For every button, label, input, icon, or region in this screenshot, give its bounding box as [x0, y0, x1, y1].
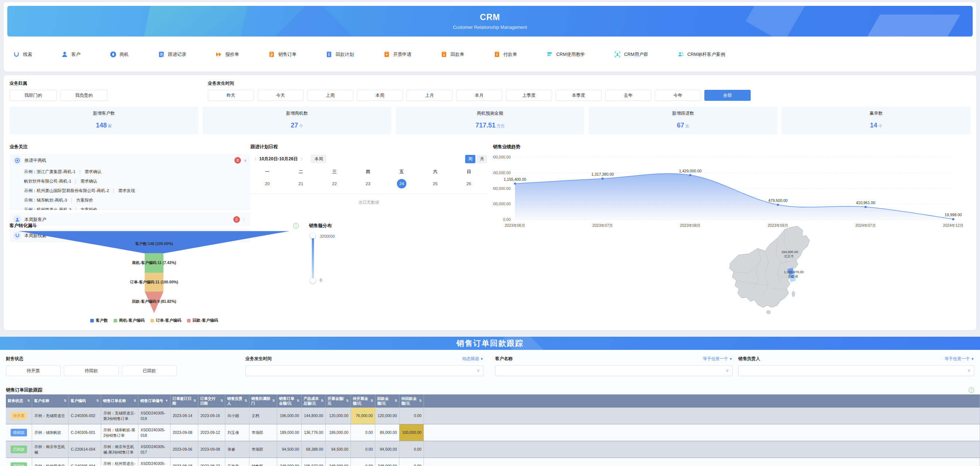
table-row[interactable]: 待开票 示例：无锡简道云 C-240305-002 示例：无锡简道云-第3份销售…: [6, 407, 980, 425]
chevron-right-icon[interactable]: 〉: [243, 217, 247, 223]
column-header[interactable]: 开票金额/元⇅: [326, 394, 351, 407]
finance-status-option[interactable]: 待回款: [64, 365, 119, 376]
time-option[interactable]: 全部: [704, 90, 751, 101]
finance-status-option[interactable]: 已回款: [122, 365, 177, 376]
sort-icon[interactable]: ⇅: [345, 399, 349, 403]
column-header[interactable]: 待回款金额/元⇅: [399, 394, 424, 407]
column-header[interactable]: 订单交付日期⇅: [198, 394, 225, 407]
chevron-down-icon[interactable]: ∨: [244, 158, 247, 163]
sort-icon[interactable]: ⇅: [219, 399, 223, 403]
sort-icon[interactable]: ⇅: [418, 399, 422, 403]
time-option[interactable]: 去年: [605, 90, 651, 101]
nav-item-报价单[interactable]: 报价单: [215, 51, 239, 58]
focus-item[interactable]: 示例：杭州简道云-商机-3│方案报价: [10, 205, 250, 210]
legend-item[interactable]: 回款-客户编码: [187, 318, 218, 323]
order-time-select[interactable]: ∨: [245, 365, 484, 376]
calendar-date[interactable]: 26: [452, 179, 485, 188]
time-option[interactable]: 本季度: [555, 90, 602, 101]
equals-any-link[interactable]: 等于任意一个 ▼: [703, 356, 732, 361]
map-taiwan[interactable]: [792, 291, 794, 297]
sort-icon[interactable]: ⇅: [95, 399, 99, 403]
column-header[interactable]: 销售负责人⇅: [225, 394, 250, 407]
equals-any-link[interactable]: 等于任意一个 ▼: [945, 356, 974, 361]
calendar-prev-icon[interactable]: 〈: [250, 156, 259, 162]
time-option[interactable]: 上月: [406, 90, 453, 101]
calendar-date-selected[interactable]: 24: [385, 179, 418, 188]
sales-distribution-slider[interactable]: 3200000 0: [312, 235, 314, 282]
time-option[interactable]: 昨天: [208, 90, 254, 101]
time-option[interactable]: 上季度: [506, 90, 552, 101]
time-option[interactable]: 今天: [258, 90, 304, 101]
time-option[interactable]: 上周: [307, 90, 353, 101]
ownership-option[interactable]: 我负责的: [60, 90, 108, 101]
sort-icon[interactable]: ⇅: [393, 399, 397, 403]
focus-item[interactable]: 示例：杭州萧山国际贸易股份有限公司-商机-2│需求发现: [10, 186, 250, 196]
table-row[interactable]: 待回款 示例：锡东帆软 C-240305-001 示例：锡东帆软-第2份销售订单…: [6, 425, 980, 441]
column-header[interactable]: 产品成本总额/元⇅: [302, 394, 326, 407]
nav-item-CRM用户群[interactable]: CRM用户群: [614, 51, 648, 58]
time-option[interactable]: 本月: [456, 90, 503, 101]
china-map[interactable]: 194,000.00 北京市 1,068,978.00 浙江省: [712, 223, 865, 324]
nav-item-线索[interactable]: 线索: [13, 51, 32, 58]
nav-item-回款计划[interactable]: 回款计划: [326, 51, 354, 58]
calendar-month-toggle[interactable]: 月: [477, 155, 487, 163]
time-option[interactable]: 今年: [655, 90, 701, 101]
nav-item-付款单[interactable]: 付款单: [494, 51, 517, 58]
nav-item-CRM标杆客户案例[interactable]: CRM标杆客户案例: [678, 51, 725, 58]
nav-item-商机[interactable]: 商机: [110, 51, 129, 58]
dynamic-filter-link[interactable]: 动态筛选 ▼: [462, 356, 484, 361]
sort-icon[interactable]: ⇅: [26, 399, 30, 403]
column-header[interactable]: 客户编码⇅: [68, 394, 101, 407]
table-row[interactable]: 已回款 示例：杭州简道云 C-240305-004 示例：杭州简道云-第2份销售…: [6, 458, 980, 466]
legend-item[interactable]: 客户数: [90, 318, 108, 323]
column-header[interactable]: 销售归属部门⇅: [250, 394, 277, 407]
nav-item-跟进记录[interactable]: 跟进记录: [158, 51, 186, 58]
calendar-date[interactable]: 22: [318, 179, 351, 188]
column-header[interactable]: 客户名称⇅: [32, 394, 68, 407]
table-row[interactable]: 已回款 示例：南京华五机械 C-220614-004 示例：南京华五机械-第3份…: [6, 441, 980, 458]
calendar-date[interactable]: 20: [250, 179, 284, 188]
map-mainland[interactable]: [730, 226, 810, 307]
nav-item-CRM使用教学[interactable]: CRM使用教学: [546, 51, 585, 58]
time-option[interactable]: 本周: [357, 90, 403, 101]
sort-icon[interactable]: ⇅: [369, 399, 373, 403]
legend-item[interactable]: 商机-客户编码: [113, 318, 145, 323]
focus-group-header[interactable]: 推进中商机 8 ∨: [10, 154, 250, 167]
sort-icon[interactable]: ⇅: [62, 399, 67, 403]
legend-item[interactable]: 订单-客户编码: [150, 318, 181, 323]
column-header[interactable]: 销售订单编号▼: [138, 394, 170, 407]
column-header[interactable]: 财务状态⇅: [6, 394, 32, 407]
finance-status-option[interactable]: 待开票: [6, 365, 60, 376]
ownership-option[interactable]: 我部门的: [10, 90, 57, 101]
column-header[interactable]: 销售订单名称⇅: [101, 394, 138, 407]
column-header[interactable]: 销售订单金额/元⇅: [277, 394, 302, 407]
info-icon[interactable]: i: [293, 223, 299, 229]
sort-icon[interactable]: ⇅: [295, 399, 299, 403]
calendar-this-week-button[interactable]: 本周: [311, 154, 326, 163]
sales-owner-select[interactable]: ∨: [738, 365, 974, 376]
focus-item[interactable]: 帆软软件有限公司-商机-1│需求确认: [10, 177, 250, 186]
calendar-next-icon[interactable]: 〉: [298, 156, 306, 162]
info-icon[interactable]: i: [969, 388, 974, 393]
customer-name-select[interactable]: ∨: [495, 365, 732, 376]
calendar-date[interactable]: 25: [418, 179, 452, 188]
column-header[interactable]: 待开票金额/元⇅: [351, 394, 375, 407]
slider-min-handle[interactable]: [310, 278, 315, 283]
column-header[interactable]: 订单签订日期⇅: [170, 394, 198, 407]
focus-item[interactable]: 示例：锡东帆软-商机-3│方案报价: [10, 196, 250, 205]
slider-max-handle[interactable]: [310, 233, 315, 239]
column-header[interactable]: 回款金额/元⇅: [375, 394, 399, 407]
calendar-date[interactable]: 23: [351, 179, 385, 188]
nav-item-回款单[interactable]: 回款单: [441, 51, 465, 58]
sort-icon[interactable]: ⇅: [132, 399, 136, 403]
sort-icon[interactable]: ⇅: [192, 399, 196, 403]
nav-item-开票申请[interactable]: 开票申请: [383, 51, 412, 58]
sort-icon[interactable]: ⇅: [271, 399, 275, 403]
nav-item-客户[interactable]: 客户: [61, 51, 80, 58]
sort-desc-icon[interactable]: ▼: [164, 399, 168, 403]
nav-item-销售订单[interactable]: 销售订单: [268, 51, 296, 58]
calendar-week-toggle[interactable]: 周: [465, 155, 476, 163]
map-hainan[interactable]: [767, 310, 770, 314]
focus-item[interactable]: 示例：浙江广厦集团-商机-1│需求确认: [10, 167, 250, 177]
funnel-shape[interactable]: 客户数:148 (100.00%) 商机-客户编码:11 (7.43%) 订单-…: [10, 229, 299, 316]
